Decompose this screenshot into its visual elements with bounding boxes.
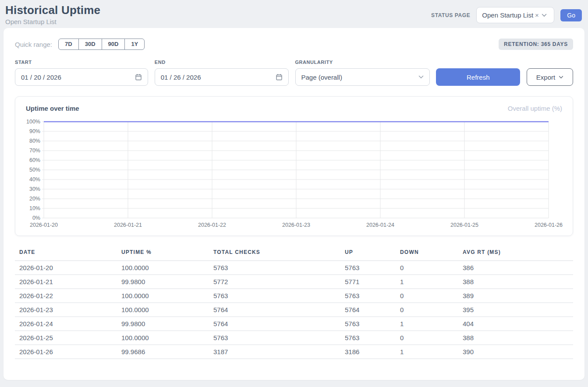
table-cell: 386 <box>463 261 573 275</box>
table-cell: 5763 <box>345 317 400 331</box>
table-row: 2026-01-25100.0000576357630388 <box>15 331 573 345</box>
uptime-table: DATEUPTIME %TOTAL CHECKSUPDOWNAVG RT (MS… <box>15 247 573 359</box>
table-cell: 2026-01-26 <box>15 345 121 359</box>
table-cell: 2026-01-24 <box>15 317 121 331</box>
quick-range-7d-button[interactable]: 7D <box>58 39 79 50</box>
chevron-down-icon <box>559 76 563 79</box>
table-cell: 0 <box>400 303 463 317</box>
column-header: AVG RT (MS) <box>463 247 573 261</box>
svg-text:10%: 10% <box>29 205 40 211</box>
chart-legend: Overall uptime (%) <box>508 105 562 112</box>
page-subtitle: Open Startup List <box>5 18 100 25</box>
table-cell: 5764 <box>345 303 400 317</box>
end-date-input[interactable]: 01 / 26 / 2026 <box>155 68 289 86</box>
table-cell: 2026-01-21 <box>15 275 121 289</box>
calendar-icon[interactable] <box>135 74 142 81</box>
table-cell: 99.9686 <box>121 345 213 359</box>
status-page-controls: STATUS PAGE Open Startup List × Go <box>431 7 582 23</box>
table-cell: 100.0000 <box>121 331 213 345</box>
start-date-input[interactable]: 01 / 20 / 2026 <box>15 68 148 86</box>
uptime-chart-card: Uptime over time Overall uptime (%) 0%10… <box>15 96 573 236</box>
end-field-group: END 01 / 26 / 2026 <box>155 60 289 86</box>
table-row: 2026-01-2499.9800576457631404 <box>15 317 573 331</box>
svg-text:2026-01-23: 2026-01-23 <box>282 222 310 228</box>
table-cell: 99.9800 <box>121 275 213 289</box>
uptime-chart: 0%10%20%30%40%50%60%70%80%90%100%2026-01… <box>24 116 564 229</box>
svg-text:2026-01-25: 2026-01-25 <box>450 222 478 228</box>
table-header-row: DATEUPTIME %TOTAL CHECKSUPDOWNAVG RT (MS… <box>15 247 573 261</box>
table-cell: 2026-01-25 <box>15 331 121 345</box>
clear-icon[interactable]: × <box>535 11 539 19</box>
quick-range-90d-button[interactable]: 90D <box>102 39 125 50</box>
table-cell: 3186 <box>345 345 400 359</box>
table-cell: 5764 <box>213 303 345 317</box>
calendar-icon[interactable] <box>276 74 283 81</box>
table-row: 2026-01-22100.0000576357630389 <box>15 289 573 303</box>
chevron-down-icon <box>418 75 424 79</box>
table-row: 2026-01-20100.0000576357630386 <box>15 261 573 275</box>
start-date-value: 01 / 20 / 2026 <box>21 74 61 81</box>
table-cell: 5763 <box>345 289 400 303</box>
svg-text:50%: 50% <box>29 167 40 173</box>
topbar: Historical Uptime Open Startup List STAT… <box>0 0 588 28</box>
table-cell: 0 <box>400 331 463 345</box>
main-panel: Quick range: 7D30D90D1Y RETENTION: 365 D… <box>4 28 584 380</box>
header-titles: Historical Uptime Open Startup List <box>5 4 100 25</box>
quick-range-row: Quick range: 7D30D90D1Y RETENTION: 365 D… <box>15 39 573 50</box>
start-field-group: START 01 / 20 / 2026 <box>15 60 148 86</box>
table-cell: 5772 <box>213 275 345 289</box>
quick-range-1y-button[interactable]: 1Y <box>124 39 145 50</box>
column-header: DOWN <box>400 247 463 261</box>
table-row: 2026-01-2699.9686318731861390 <box>15 345 573 359</box>
end-label: END <box>155 60 289 65</box>
table-row: 2026-01-23100.0000576457640395 <box>15 303 573 317</box>
svg-text:2026-01-26: 2026-01-26 <box>535 222 563 228</box>
table-cell: 1 <box>400 317 463 331</box>
svg-text:2026-01-22: 2026-01-22 <box>198 222 226 228</box>
quick-range-30d-button[interactable]: 30D <box>78 39 102 50</box>
column-header: TOTAL CHECKS <box>213 247 345 261</box>
svg-text:70%: 70% <box>29 148 40 154</box>
chevron-down-icon <box>542 14 547 17</box>
go-button[interactable]: Go <box>560 9 582 21</box>
table-cell: 2026-01-23 <box>15 303 121 317</box>
table-cell: 2026-01-20 <box>15 261 121 275</box>
granularity-value: Page (overall) <box>301 74 342 81</box>
table-cell: 395 <box>463 303 573 317</box>
export-button[interactable]: Export <box>527 68 573 86</box>
granularity-label: GRANULARITY <box>295 60 430 65</box>
table-body: 2026-01-20100.00005763576303862026-01-21… <box>15 261 573 359</box>
table-cell: 1 <box>400 275 463 289</box>
table-cell: 5771 <box>345 275 400 289</box>
table-cell: 389 <box>463 289 573 303</box>
column-header: UP <box>345 247 400 261</box>
table-cell: 388 <box>463 275 573 289</box>
start-label: START <box>15 60 148 65</box>
refresh-button[interactable]: Refresh <box>436 68 520 86</box>
table-cell: 1 <box>400 345 463 359</box>
svg-text:20%: 20% <box>29 196 40 202</box>
granularity-select[interactable]: Page (overall) <box>295 68 430 86</box>
status-page-label: STATUS PAGE <box>431 12 470 18</box>
table-cell: 388 <box>463 331 573 345</box>
filter-fields-row: START 01 / 20 / 2026 END 01 / 26 / 2026 … <box>15 60 573 86</box>
end-date-value: 01 / 26 / 2026 <box>161 74 201 81</box>
svg-text:90%: 90% <box>29 128 40 134</box>
svg-text:2026-01-21: 2026-01-21 <box>114 222 142 228</box>
svg-text:40%: 40% <box>29 176 40 183</box>
quick-range-label: Quick range: <box>15 41 52 48</box>
column-header: DATE <box>15 247 121 261</box>
table-cell: 390 <box>463 345 573 359</box>
svg-text:2026-01-24: 2026-01-24 <box>366 222 394 228</box>
export-label: Export <box>536 74 555 81</box>
granularity-field-group: GRANULARITY Page (overall) <box>295 60 430 86</box>
chart-title: Uptime over time <box>26 105 79 112</box>
svg-text:100%: 100% <box>26 119 40 125</box>
status-page-select[interactable]: Open Startup List × <box>476 7 554 23</box>
table-row: 2026-01-2199.9800577257711388 <box>15 275 573 289</box>
svg-text:60%: 60% <box>29 157 40 163</box>
table-cell: 100.0000 <box>121 303 213 317</box>
table-cell: 2026-01-22 <box>15 289 121 303</box>
table-cell: 5763 <box>345 331 400 345</box>
table-cell: 99.9800 <box>121 317 213 331</box>
